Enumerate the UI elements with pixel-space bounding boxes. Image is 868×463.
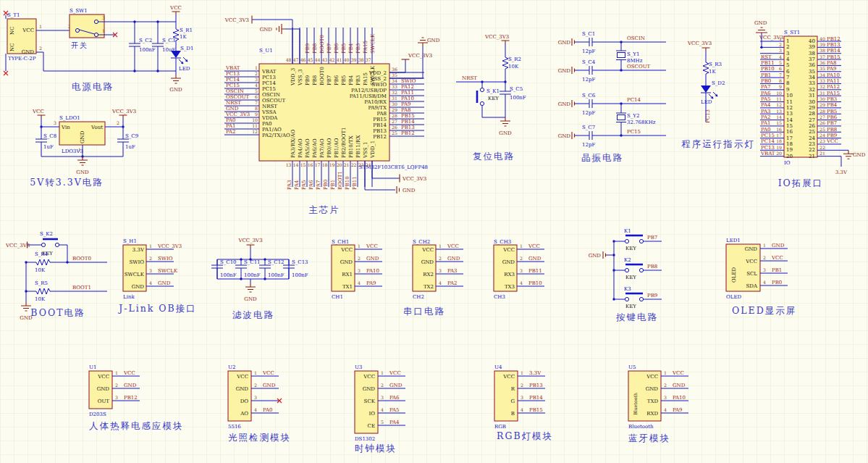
part-name: D203S — [89, 412, 106, 417]
switch-body[interactable] — [69, 14, 104, 38]
net-label: PA2 — [761, 114, 771, 120]
net-label: PA4 — [389, 420, 400, 425]
net-label: PB4 — [348, 43, 354, 54]
pin-name: 8 — [786, 80, 789, 86]
value: KEY — [625, 275, 636, 280]
pin-name: VSS_1 — [363, 142, 368, 159]
value: 1uF — [125, 144, 135, 150]
net-label: PA0 — [226, 117, 236, 123]
pin-name: PB4 — [348, 75, 354, 85]
net-label: SWIO — [401, 78, 416, 84]
pin-name: PA15 — [363, 72, 368, 85]
pin-name: R — [511, 386, 515, 392]
value: 8MHz — [627, 58, 643, 64]
pin-number: 1 — [358, 243, 361, 249]
designator: S_R1 — [180, 28, 193, 33]
net-label: PC14 — [226, 77, 240, 83]
power-net-label: VCC — [32, 109, 44, 114]
grid-overlay — [0, 0, 868, 463]
pin-number: 46 — [300, 57, 306, 62]
net-label: PB0 — [772, 280, 782, 285]
pin-number: 35 — [819, 66, 825, 71]
power-net-label: VCC_3V3 — [111, 109, 136, 114]
net-label: GND — [366, 256, 379, 262]
pin-name: PB14 — [373, 122, 387, 128]
pin-name: 26 — [809, 123, 815, 129]
net-label: PA2 — [226, 129, 236, 135]
pin-number: 45 — [308, 57, 313, 62]
pin-number: 1 — [78, 147, 81, 152]
designator: S_CH1 — [332, 239, 349, 245]
designator: S_R2 — [508, 57, 521, 62]
net-label: PA1 — [761, 120, 771, 126]
pin-number: 18 — [776, 138, 782, 143]
net-label: PB1 — [772, 267, 782, 273]
net-label: RST — [761, 54, 772, 60]
designator: S_K2 — [40, 231, 53, 237]
junction-dot — [156, 70, 159, 72]
switch-label: 开关 — [71, 41, 88, 49]
designator: S_CH2 — [413, 239, 430, 245]
pin-number: 31 — [819, 91, 825, 96]
net-label: PB9 — [827, 133, 837, 138]
net-label: PA3 — [287, 180, 292, 190]
net-label: PA9 — [827, 66, 837, 72]
junction-dot — [122, 125, 124, 128]
value: LED — [701, 99, 712, 105]
pin-number: 29 — [819, 102, 825, 107]
pin-name: 24 — [809, 135, 815, 141]
pin-name: Vin — [61, 125, 70, 130]
part-name: OLED — [726, 294, 741, 300]
pin-name: GND — [340, 259, 353, 265]
pin-number: 4 — [149, 280, 152, 285]
pin-number: 1 — [39, 24, 42, 29]
pin-name: 37 — [809, 57, 815, 62]
pin-number: 39 — [351, 57, 357, 62]
net-label: PB11 — [528, 268, 542, 274]
designator: S_C13 — [292, 259, 308, 265]
pin-number: 1 — [439, 243, 442, 249]
pin-number: 2 — [763, 255, 766, 260]
net-label: PC13 — [761, 145, 775, 151]
net-label: PB12 — [401, 130, 415, 136]
pin-name: 14 — [786, 117, 793, 123]
pin-number: 1 — [254, 370, 257, 375]
net-label: SWIO — [158, 256, 173, 262]
pin-name: RX1 — [342, 272, 353, 278]
value: KEY — [488, 96, 499, 101]
designator: S_C4 — [582, 59, 596, 65]
net-label: PB15 — [401, 113, 415, 119]
pin-name: PA4/AO — [298, 138, 303, 158]
schematic-canvas: S_T1 TYPE-C-2P NC NC VCC GND 1 2 2 S_SW1… — [0, 0, 868, 463]
junction-dot — [760, 46, 762, 49]
pin-number: 2 — [254, 383, 257, 388]
net-label: NRST — [226, 100, 241, 106]
power-net-label: GND — [403, 188, 416, 193]
section-title: BOOT电路 — [30, 307, 85, 318]
pin-name: PC13 — [262, 75, 276, 80]
junction-dot — [264, 258, 266, 260]
net-label: BOOT0 — [319, 35, 325, 54]
designator: S_T1 — [7, 12, 20, 18]
value: 10K — [35, 296, 46, 302]
power-net-label: VCC_3V3 — [237, 238, 262, 243]
net-label: PB0 — [761, 78, 771, 84]
pin-number: 29 — [392, 107, 397, 112]
pin-name: VCC — [340, 247, 353, 253]
pin-name: PB5 — [341, 75, 347, 85]
pin-name: TX2 — [424, 284, 434, 290]
designator: S_SW1 — [69, 8, 88, 14]
pin-number: 30 — [819, 96, 825, 101]
designator: S_C9 — [125, 133, 138, 139]
net-label: PA12 — [401, 84, 414, 90]
designator: S_Y1 — [627, 51, 639, 57]
net-label: PB11 — [352, 176, 358, 190]
pin-name: 40 — [809, 38, 815, 44]
net-label: PA5 — [301, 180, 307, 190]
value: 100nF — [139, 47, 156, 53]
pin-number: 1 — [521, 370, 523, 375]
value: 12pF — [582, 49, 595, 54]
pin-name: PB1/AO — [334, 138, 340, 158]
pin-number: 3 — [54, 120, 56, 125]
part-name: IO — [784, 160, 791, 166]
